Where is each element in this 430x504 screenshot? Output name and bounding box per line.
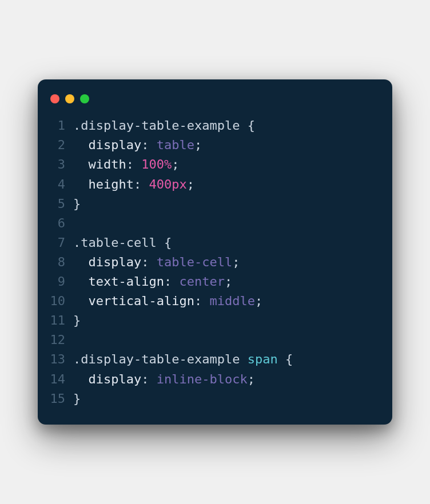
code-content: text-align: center; <box>73 272 376 291</box>
window-titlebar <box>38 91 392 116</box>
code-token: : <box>141 138 157 152</box>
maximize-icon[interactable] <box>80 94 89 103</box>
line-number: 13 <box>38 350 73 369</box>
code-content: } <box>73 389 376 409</box>
code-token: 400px <box>149 177 186 191</box>
line-number: 15 <box>38 389 73 409</box>
code-content: display: table-cell; <box>73 253 376 272</box>
line-number: 7 <box>38 233 73 253</box>
code-token: center <box>179 274 224 289</box>
code-content: display: table; <box>73 135 376 155</box>
code-line: 3 width: 100%; <box>38 155 376 174</box>
code-token: : <box>141 372 157 386</box>
line-number: 10 <box>38 291 73 311</box>
code-token: : <box>164 274 180 289</box>
code-token: { <box>285 352 293 366</box>
code-content: height: 400px; <box>73 175 376 194</box>
code-token: : <box>126 157 142 171</box>
code-token <box>73 157 89 171</box>
code-token: display <box>89 372 142 386</box>
code-token <box>278 352 285 366</box>
line-number: 6 <box>38 214 73 233</box>
code-content: .display-table-example { <box>73 116 376 135</box>
code-token: .display-table-example <box>73 352 248 366</box>
code-content: .table-cell { <box>73 233 376 253</box>
code-token: ; <box>172 157 179 171</box>
line-number: 12 <box>38 330 73 350</box>
code-token: table <box>157 138 194 152</box>
code-content: display: inline-block; <box>73 370 376 389</box>
close-icon[interactable] <box>50 94 59 103</box>
line-number: 14 <box>38 370 73 389</box>
code-token: inline-block <box>157 372 248 386</box>
code-window: 1.display-table-example {2 display: tabl… <box>38 79 392 424</box>
code-line: 11} <box>38 311 376 330</box>
code-token <box>73 274 89 289</box>
code-block: 1.display-table-example {2 display: tabl… <box>38 116 392 408</box>
code-token <box>73 177 89 191</box>
code-token: { <box>248 118 255 133</box>
code-line: 9 text-align: center; <box>38 272 376 291</box>
code-token: table-cell <box>157 255 232 269</box>
code-token: ; <box>248 372 255 386</box>
code-line: 6 <box>38 214 376 233</box>
line-number: 1 <box>38 116 73 135</box>
code-line: 10 vertical-align: middle; <box>38 291 376 311</box>
line-number: 11 <box>38 311 73 330</box>
code-token: } <box>73 197 81 211</box>
code-token: ; <box>232 255 240 269</box>
line-number: 9 <box>38 272 73 291</box>
code-token: middle <box>209 294 254 308</box>
minimize-icon[interactable] <box>65 94 74 103</box>
code-token: ; <box>225 274 232 289</box>
code-content: .display-table-example span { <box>73 350 376 369</box>
code-token <box>73 372 89 386</box>
code-token <box>73 138 89 152</box>
code-token: .table-cell <box>73 235 164 250</box>
code-line: 13.display-table-example span { <box>38 350 376 369</box>
code-line: 4 height: 400px; <box>38 175 376 194</box>
code-token: 100% <box>141 157 172 171</box>
code-token: : <box>194 294 210 308</box>
code-token: .display-table-example <box>73 118 248 133</box>
code-line: 5} <box>38 194 376 214</box>
code-content: vertical-align: middle; <box>73 291 376 311</box>
code-token: : <box>141 255 157 269</box>
code-token: vertical-align <box>89 294 194 308</box>
code-line: 7.table-cell { <box>38 233 376 253</box>
code-token: : <box>134 177 149 191</box>
code-token: } <box>73 313 81 327</box>
line-number: 3 <box>38 155 73 174</box>
line-number: 5 <box>38 194 73 214</box>
code-line: 1.display-table-example { <box>38 116 376 135</box>
code-line: 8 display: table-cell; <box>38 253 376 272</box>
line-number: 8 <box>38 253 73 272</box>
code-token: ; <box>194 138 202 152</box>
code-token: } <box>73 391 81 406</box>
line-number: 4 <box>38 175 73 194</box>
code-token: display <box>89 255 142 269</box>
code-line: 12 <box>38 330 376 350</box>
code-token: width <box>89 157 126 171</box>
line-number: 2 <box>38 135 73 155</box>
code-token: span <box>248 352 278 366</box>
code-content: } <box>73 311 376 330</box>
code-content: width: 100%; <box>73 155 376 174</box>
code-line: 2 display: table; <box>38 135 376 155</box>
code-token <box>73 294 89 308</box>
code-token: ; <box>187 177 194 191</box>
code-token: ; <box>255 294 262 308</box>
code-token <box>73 255 89 269</box>
code-content: } <box>73 194 376 214</box>
code-token: text-align <box>89 274 164 289</box>
code-token: { <box>164 235 172 250</box>
code-line: 14 display: inline-block; <box>38 370 376 389</box>
code-token: height <box>89 177 134 191</box>
code-line: 15} <box>38 389 376 409</box>
code-token: display <box>89 138 142 152</box>
